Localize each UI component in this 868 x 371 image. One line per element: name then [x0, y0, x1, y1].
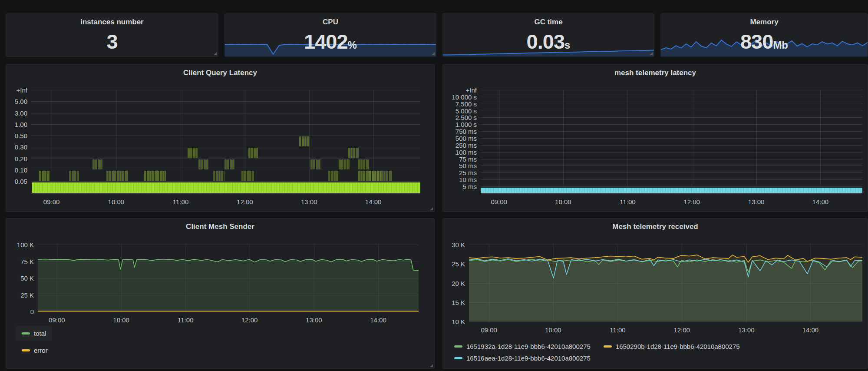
- x-tick-label: 10:00: [545, 326, 561, 334]
- horizontal-gridline: [31, 90, 420, 90]
- resize-handle-icon[interactable]: [430, 207, 433, 210]
- y-tick-label: 750 ms: [455, 128, 477, 135]
- legend-series-swatch: [22, 349, 30, 351]
- x-tick-label: 12:00: [241, 316, 258, 324]
- resize-handle-icon[interactable]: [214, 52, 217, 55]
- stat-unit: s: [564, 39, 570, 51]
- y-tick-label: 20 K: [452, 279, 465, 287]
- horizontal-gridline: [31, 181, 420, 182]
- horizontal-gridline: [481, 166, 862, 166]
- y-tick-label: 5.000 s: [455, 107, 477, 114]
- legend-item[interactable]: 1650290b-1d28-11e9-bbb6-42010a800275: [604, 341, 740, 352]
- vertical-gridline: [245, 90, 245, 181]
- series-lines: [38, 245, 419, 311]
- panel-client-mesh-sender: Client Mesh Sender 100 K75 K50 K25 K009:…: [6, 218, 435, 369]
- vertical-gridline: [692, 90, 692, 186]
- vertical-gridline: [563, 90, 564, 186]
- panel-title[interactable]: instances number: [6, 18, 218, 26]
- heatmap-cell: [188, 148, 198, 158]
- horizontal-gridline: [31, 147, 420, 147]
- y-tick-label: 0.05: [15, 178, 27, 185]
- heatmap-plot: +Inf10.000 s7.500 s5.000 s2.500 s1.000 s…: [481, 90, 862, 194]
- horizontal-gridline: [481, 90, 862, 90]
- panel-title[interactable]: mesh telemetry latency: [443, 69, 868, 77]
- panel-memory: Memory 830Mb: [660, 13, 868, 57]
- x-tick-label: 13:00: [301, 198, 317, 205]
- y-tick-label: 5 ms: [462, 183, 477, 190]
- horizontal-gridline: [481, 104, 862, 104]
- y-tick-label: 10 ms: [459, 176, 477, 183]
- heatmap-cell: [310, 159, 321, 169]
- y-tick-label: 10 K: [452, 318, 465, 325]
- y-tick-label: 25 K: [20, 291, 34, 298]
- horizontal-gridline: [481, 179, 862, 180]
- horizontal-gridline: [31, 113, 420, 113]
- x-tick-label: 14:00: [365, 198, 382, 205]
- y-tick-label: 500 ms: [455, 135, 477, 142]
- vertical-gridline: [499, 90, 499, 186]
- resize-handle-icon[interactable]: [650, 52, 653, 55]
- horizontal-gridline: [481, 145, 862, 146]
- horizontal-gridline: [481, 131, 862, 132]
- x-tick-label: 11:00: [620, 198, 635, 205]
- x-tick-label: 11:00: [178, 316, 193, 324]
- horizontal-gridline: [481, 97, 862, 97]
- legend-item[interactable]: 16516aea-1d28-11e9-bbb6-42010a800275: [454, 353, 591, 364]
- x-tick-label: 14:00: [370, 316, 386, 324]
- stat-value: 1402%: [225, 31, 436, 52]
- resize-handle-icon[interactable]: [432, 52, 435, 55]
- panel-title[interactable]: Memory: [661, 18, 868, 26]
- x-tick-label: 14:00: [812, 198, 829, 205]
- horizontal-gridline: [31, 124, 420, 125]
- horizontal-gridline: [481, 138, 862, 139]
- x-tick-label: 13:00: [748, 198, 765, 205]
- x-tick-label: 12:00: [673, 326, 690, 334]
- y-tick-label: 2.500 s: [455, 114, 477, 121]
- panel-title[interactable]: Client Query Latency: [6, 69, 434, 77]
- heatmap-cell: [248, 148, 258, 158]
- heatmap-cell: [358, 171, 369, 181]
- heatmap-cell: [241, 171, 254, 181]
- y-tick-label: 250 ms: [455, 141, 477, 149]
- heatmap-cell: [348, 148, 359, 158]
- y-tick-label: 0.30: [15, 143, 27, 151]
- panel-gc-time: GC time 0.03s: [442, 13, 654, 57]
- legend-item[interactable]: total: [16, 326, 52, 341]
- legend-series-swatch: [604, 345, 612, 348]
- legend-item-label: 16516aea-1d28-11e9-bbb6-42010a800275: [466, 354, 591, 363]
- panel-title[interactable]: CPU: [225, 18, 436, 26]
- x-tick-label: 12:00: [683, 198, 700, 205]
- horizontal-gridline: [481, 186, 862, 187]
- series-lines: [469, 245, 862, 321]
- legend-item[interactable]: 1651932a-1d28-11e9-bbb6-42010a800275: [454, 341, 591, 352]
- x-tick-label: 09:00: [491, 198, 507, 205]
- legend-series-swatch: [454, 345, 462, 348]
- stat-unit: Mb: [773, 39, 788, 51]
- y-tick-label: 1.00: [15, 120, 27, 128]
- heatmap-cell: [39, 171, 50, 181]
- panel-title[interactable]: Mesh telemetry received: [443, 222, 868, 231]
- heatmap-cell: [213, 171, 224, 181]
- panel-title[interactable]: Client Mesh Sender: [6, 222, 434, 231]
- stat-value: 3: [6, 31, 218, 52]
- horizontal-gridline: [31, 170, 420, 170]
- heatmap-cell: [369, 171, 381, 181]
- panel-title[interactable]: GC time: [443, 18, 654, 26]
- x-tick-label: 12:00: [237, 198, 253, 205]
- y-tick-label: 3.00: [15, 109, 27, 116]
- heatmap-cell: [299, 136, 310, 146]
- heatmap-bottom-bar: [481, 188, 862, 193]
- y-tick-label: 75 ms: [459, 155, 477, 162]
- legend-item-label: error: [34, 346, 48, 355]
- resize-handle-icon[interactable]: [430, 364, 433, 367]
- horizontal-gridline: [31, 101, 420, 102]
- y-tick-label: 75 K: [20, 258, 34, 265]
- x-tick-label: 11:00: [173, 198, 188, 205]
- y-tick-label: 10.000 s: [452, 93, 477, 100]
- x-tick-label: 10:00: [113, 316, 129, 324]
- y-tick-label: 7.500 s: [455, 100, 477, 107]
- stat-value: 830Mb: [661, 31, 868, 52]
- legend-item[interactable]: error: [16, 343, 54, 358]
- y-tick-label: 50 ms: [459, 162, 477, 169]
- horizontal-gridline: [481, 117, 862, 118]
